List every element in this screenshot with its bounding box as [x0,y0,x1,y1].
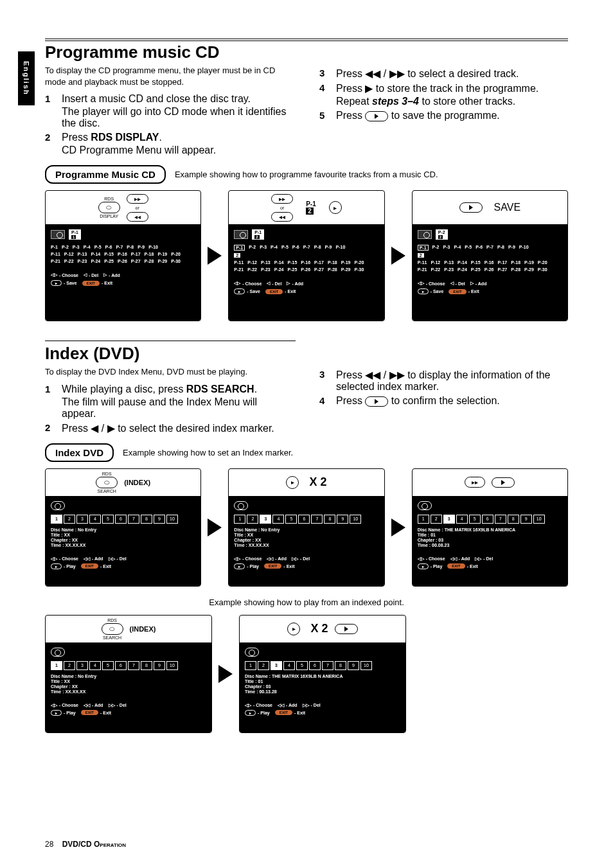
fast-forward-icon: ▸▸ [127,194,148,204]
step-number: 2 [45,422,54,434]
footer-section-label: DVD/CD Operation [62,840,126,849]
language-tab: English [18,51,35,105]
step-number: 4 [319,395,328,407]
cd-programme-panel-1: RDS ⬭ DISPLAY ▸▸ or ◂◂ P-11 P-1P-2P-3P-4… [45,190,201,321]
callout-caption: Example showing how to set an Index mark… [123,448,293,457]
rewind-icon: ◂◂ [271,212,293,222]
step-number: 3 [319,67,328,80]
step-number: 4 [319,82,328,107]
selection-indicator: P-12 [299,197,323,218]
nav-right-icon: ▸ [286,476,299,489]
intro-index-dvd: To display the DVD Index Menu, DVD must … [45,366,294,378]
step-number: 3 [319,369,328,393]
arrow-right-icon [208,518,222,536]
play-icon [459,202,483,213]
disc-icon [51,230,65,239]
index-panel-1: RDS ⬭ SEARCH (INDEX) 12345678910 Disc Na… [45,468,201,587]
step-number: 1 [45,93,54,129]
step-text: Insert a music CD and close the disc tra… [62,93,251,104]
arrow-right-icon [391,247,405,265]
play-icon [365,396,388,407]
section-title-index-dvd: Index (DVD) [45,342,568,364]
callout-programme-music-cd: Programme Music CD [45,165,166,184]
section-title-programme-cd: Programme music CD [45,40,568,62]
rewind-icon: ◂◂ [127,212,148,222]
play-icon [335,624,358,634]
nav-right-icon: ▸ [287,623,300,635]
arrow-right-icon [208,247,222,265]
footer: 28 DVD/CD Operation [45,840,126,849]
times-two-label: X 2 [309,475,326,489]
play-icon [492,477,515,488]
page-number: 28 [45,840,53,849]
save-label: SAVE [494,202,521,213]
step-number: 2 [45,132,54,156]
caption-play-from-index: Example showing how to play from an inde… [45,597,568,608]
cd-programme-panel-2: ▸▸ or ◂◂ P-12 ▸ P-12 P-1P-2P-3P-4P-5P-6P… [228,190,384,321]
cd-programme-panel-3: SAVE P-22 P-1P-2P-3P-4P-5P-6P-7P-8P-9P-1… [412,190,568,321]
step-number: 1 [45,384,54,420]
callout-caption: Example showing how to programme favouri… [175,170,438,179]
arrow-right-icon [391,518,405,536]
intro-programme-cd: To display the CD programme menu, the pl… [45,65,294,88]
camera-icon [51,501,65,510]
rds-search-button: RDS ⬭ SEARCH [102,618,123,640]
step-subtext: CD Programme Menu will appear. [62,145,216,155]
index-panel-4: RDS ⬭ SEARCH (INDEX) 12345678910 Disc Na… [45,615,212,733]
step-bold: RDS DISPLAY [91,132,159,143]
step-number: 5 [319,110,328,121]
arrow-right-icon [218,665,233,683]
index-label: (INDEX) [124,479,150,486]
rds-display-button: RDS ⬭ DISPLAY [98,197,120,218]
play-icon [365,111,388,121]
index-panel-5: ▸ X 2 12345678910 Disc Name : THE MATRIX… [239,615,406,733]
rds-search-button: RDS ⬭ SEARCH [96,472,118,493]
index-panel-2: ▸ X 2 12345678910 Disc Name : No EntryTi… [228,468,384,587]
step-subtext: The player will go into CD mode when it … [62,106,287,128]
fast-forward-icon: ▸▸ [465,477,485,488]
fast-forward-icon: ▸▸ [271,194,293,204]
step-text: Press [62,132,91,143]
index-panel-3: ▸▸ 12345678910 Disc Name : THE MATRIX 16… [412,468,568,587]
callout-index-dvd: Index DVD [45,443,114,462]
nav-right-icon: ▸ [329,201,342,214]
